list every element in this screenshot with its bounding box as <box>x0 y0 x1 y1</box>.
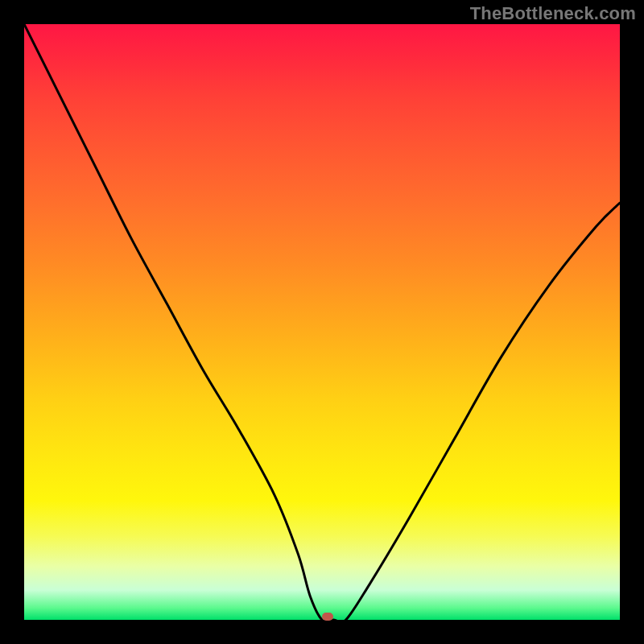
chart-frame: TheBottleneck.com <box>0 0 644 644</box>
watermark-text: TheBottleneck.com <box>470 3 636 24</box>
bottleneck-curve <box>24 24 620 620</box>
plot-area <box>24 24 620 620</box>
curve-layer <box>24 24 620 620</box>
optimal-point-marker <box>322 613 333 621</box>
